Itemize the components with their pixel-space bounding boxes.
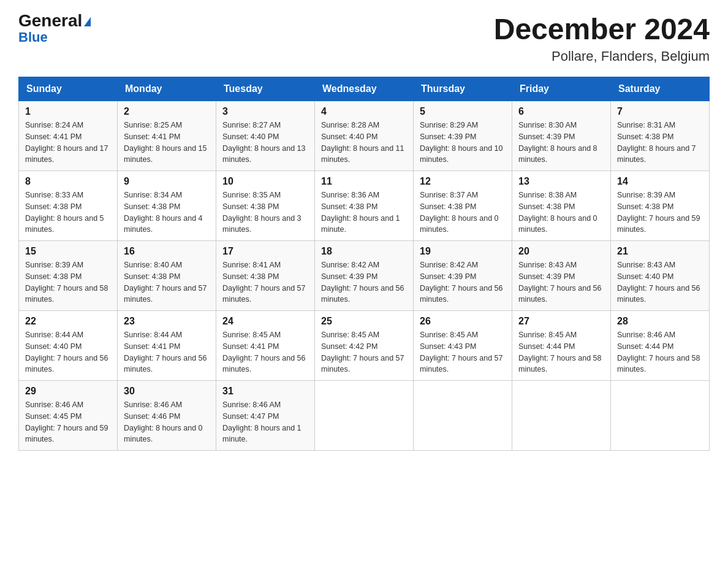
day-info: Sunrise: 8:30 AM Sunset: 4:39 PM Dayligh… [518, 120, 604, 166]
day-info: Sunrise: 8:46 AM Sunset: 4:45 PM Dayligh… [25, 399, 111, 445]
table-row: 23 Sunrise: 8:44 AM Sunset: 4:41 PM Dayl… [118, 311, 216, 381]
day-info: Sunrise: 8:44 AM Sunset: 4:41 PM Dayligh… [124, 329, 210, 375]
table-row [315, 381, 414, 451]
day-number: 29 [25, 386, 111, 397]
day-info: Sunrise: 8:46 AM Sunset: 4:46 PM Dayligh… [124, 399, 210, 445]
day-number: 30 [124, 386, 210, 397]
day-info: Sunrise: 8:45 AM Sunset: 4:41 PM Dayligh… [222, 329, 308, 375]
day-info: Sunrise: 8:27 AM Sunset: 4:40 PM Dayligh… [222, 120, 308, 166]
day-info: Sunrise: 8:45 AM Sunset: 4:43 PM Dayligh… [420, 329, 506, 375]
table-row: 25 Sunrise: 8:45 AM Sunset: 4:42 PM Dayl… [315, 311, 414, 381]
table-row: 16 Sunrise: 8:40 AM Sunset: 4:38 PM Dayl… [118, 241, 216, 311]
calendar-week-row: 22 Sunrise: 8:44 AM Sunset: 4:40 PM Dayl… [19, 311, 710, 381]
day-number: 13 [518, 176, 604, 187]
day-info: Sunrise: 8:29 AM Sunset: 4:39 PM Dayligh… [420, 120, 506, 166]
day-number: 15 [25, 246, 111, 257]
day-info: Sunrise: 8:36 AM Sunset: 4:38 PM Dayligh… [321, 190, 407, 236]
day-info: Sunrise: 8:39 AM Sunset: 4:38 PM Dayligh… [617, 190, 703, 236]
day-number: 26 [420, 316, 506, 327]
table-row: 21 Sunrise: 8:43 AM Sunset: 4:40 PM Dayl… [611, 241, 710, 311]
day-info: Sunrise: 8:45 AM Sunset: 4:42 PM Dayligh… [321, 329, 407, 375]
calendar-table: Sunday Monday Tuesday Wednesday Thursday… [18, 77, 710, 451]
table-row: 10 Sunrise: 8:35 AM Sunset: 4:38 PM Dayl… [216, 171, 315, 241]
logo-triangle-icon [84, 17, 91, 26]
table-row: 24 Sunrise: 8:45 AM Sunset: 4:41 PM Dayl… [216, 311, 315, 381]
logo-text: General [18, 12, 91, 29]
day-number: 23 [124, 316, 210, 327]
table-row: 9 Sunrise: 8:34 AM Sunset: 4:38 PM Dayli… [118, 171, 216, 241]
day-info: Sunrise: 8:44 AM Sunset: 4:40 PM Dayligh… [25, 329, 111, 375]
day-number: 27 [518, 316, 604, 327]
logo-blue-label: Blue [18, 29, 48, 45]
table-row: 27 Sunrise: 8:45 AM Sunset: 4:44 PM Dayl… [512, 311, 611, 381]
table-row: 15 Sunrise: 8:39 AM Sunset: 4:38 PM Dayl… [19, 241, 118, 311]
table-row: 31 Sunrise: 8:46 AM Sunset: 4:47 PM Dayl… [216, 381, 315, 451]
table-row: 22 Sunrise: 8:44 AM Sunset: 4:40 PM Dayl… [19, 311, 118, 381]
day-number: 1 [25, 106, 111, 117]
location-title: Pollare, Flanders, Belgium [494, 48, 710, 64]
table-row: 19 Sunrise: 8:42 AM Sunset: 4:39 PM Dayl… [414, 241, 512, 311]
day-number: 24 [222, 316, 308, 327]
calendar-week-row: 8 Sunrise: 8:33 AM Sunset: 4:38 PM Dayli… [19, 171, 710, 241]
table-row: 29 Sunrise: 8:46 AM Sunset: 4:45 PM Dayl… [19, 381, 118, 451]
calendar-week-row: 1 Sunrise: 8:24 AM Sunset: 4:41 PM Dayli… [19, 101, 710, 171]
calendar-header-row: Sunday Monday Tuesday Wednesday Thursday… [19, 77, 710, 101]
table-row: 4 Sunrise: 8:28 AM Sunset: 4:40 PM Dayli… [315, 101, 414, 171]
table-row: 8 Sunrise: 8:33 AM Sunset: 4:38 PM Dayli… [19, 171, 118, 241]
table-row: 26 Sunrise: 8:45 AM Sunset: 4:43 PM Dayl… [414, 311, 512, 381]
day-number: 14 [617, 176, 703, 187]
table-row: 11 Sunrise: 8:36 AM Sunset: 4:38 PM Dayl… [315, 171, 414, 241]
table-row: 28 Sunrise: 8:46 AM Sunset: 4:44 PM Dayl… [611, 311, 710, 381]
table-row: 12 Sunrise: 8:37 AM Sunset: 4:38 PM Dayl… [414, 171, 512, 241]
col-thursday: Thursday [414, 77, 512, 101]
day-info: Sunrise: 8:35 AM Sunset: 4:38 PM Dayligh… [222, 190, 308, 236]
table-row: 18 Sunrise: 8:42 AM Sunset: 4:39 PM Dayl… [315, 241, 414, 311]
day-info: Sunrise: 8:46 AM Sunset: 4:44 PM Dayligh… [617, 329, 703, 375]
day-info: Sunrise: 8:39 AM Sunset: 4:38 PM Dayligh… [25, 259, 111, 305]
day-info: Sunrise: 8:25 AM Sunset: 4:41 PM Dayligh… [124, 120, 210, 166]
table-row: 7 Sunrise: 8:31 AM Sunset: 4:38 PM Dayli… [611, 101, 710, 171]
day-info: Sunrise: 8:41 AM Sunset: 4:38 PM Dayligh… [222, 259, 308, 305]
calendar-week-row: 29 Sunrise: 8:46 AM Sunset: 4:45 PM Dayl… [19, 381, 710, 451]
calendar-week-row: 15 Sunrise: 8:39 AM Sunset: 4:38 PM Dayl… [19, 241, 710, 311]
col-wednesday: Wednesday [315, 77, 414, 101]
col-friday: Friday [512, 77, 611, 101]
day-info: Sunrise: 8:31 AM Sunset: 4:38 PM Dayligh… [617, 120, 703, 166]
day-number: 17 [222, 246, 308, 257]
day-number: 11 [321, 176, 407, 187]
table-row [611, 381, 710, 451]
day-info: Sunrise: 8:37 AM Sunset: 4:38 PM Dayligh… [420, 190, 506, 236]
day-number: 7 [617, 106, 703, 117]
day-info: Sunrise: 8:42 AM Sunset: 4:39 PM Dayligh… [321, 259, 407, 305]
day-number: 19 [420, 246, 506, 257]
day-info: Sunrise: 8:43 AM Sunset: 4:40 PM Dayligh… [617, 259, 703, 305]
day-number: 31 [222, 386, 308, 397]
table-row: 5 Sunrise: 8:29 AM Sunset: 4:39 PM Dayli… [414, 101, 512, 171]
day-number: 21 [617, 246, 703, 257]
table-row: 6 Sunrise: 8:30 AM Sunset: 4:39 PM Dayli… [512, 101, 611, 171]
day-number: 5 [420, 106, 506, 117]
table-row: 1 Sunrise: 8:24 AM Sunset: 4:41 PM Dayli… [19, 101, 118, 171]
day-info: Sunrise: 8:40 AM Sunset: 4:38 PM Dayligh… [124, 259, 210, 305]
table-row [512, 381, 611, 451]
day-number: 2 [124, 106, 210, 117]
col-saturday: Saturday [611, 77, 710, 101]
day-info: Sunrise: 8:45 AM Sunset: 4:44 PM Dayligh… [518, 329, 604, 375]
col-sunday: Sunday [19, 77, 118, 101]
day-number: 28 [617, 316, 703, 327]
day-info: Sunrise: 8:33 AM Sunset: 4:38 PM Dayligh… [25, 190, 111, 236]
logo: General Blue [18, 12, 91, 45]
table-row: 3 Sunrise: 8:27 AM Sunset: 4:40 PM Dayli… [216, 101, 315, 171]
title-section: December 2024 Pollare, Flanders, Belgium [494, 12, 710, 64]
day-number: 4 [321, 106, 407, 117]
day-info: Sunrise: 8:38 AM Sunset: 4:38 PM Dayligh… [518, 190, 604, 236]
table-row: 14 Sunrise: 8:39 AM Sunset: 4:38 PM Dayl… [611, 171, 710, 241]
table-row [414, 381, 512, 451]
day-number: 16 [124, 246, 210, 257]
day-info: Sunrise: 8:34 AM Sunset: 4:38 PM Dayligh… [124, 190, 210, 236]
table-row: 13 Sunrise: 8:38 AM Sunset: 4:38 PM Dayl… [512, 171, 611, 241]
day-info: Sunrise: 8:46 AM Sunset: 4:47 PM Dayligh… [222, 399, 308, 445]
day-info: Sunrise: 8:42 AM Sunset: 4:39 PM Dayligh… [420, 259, 506, 305]
table-row: 30 Sunrise: 8:46 AM Sunset: 4:46 PM Dayl… [118, 381, 216, 451]
day-number: 12 [420, 176, 506, 187]
